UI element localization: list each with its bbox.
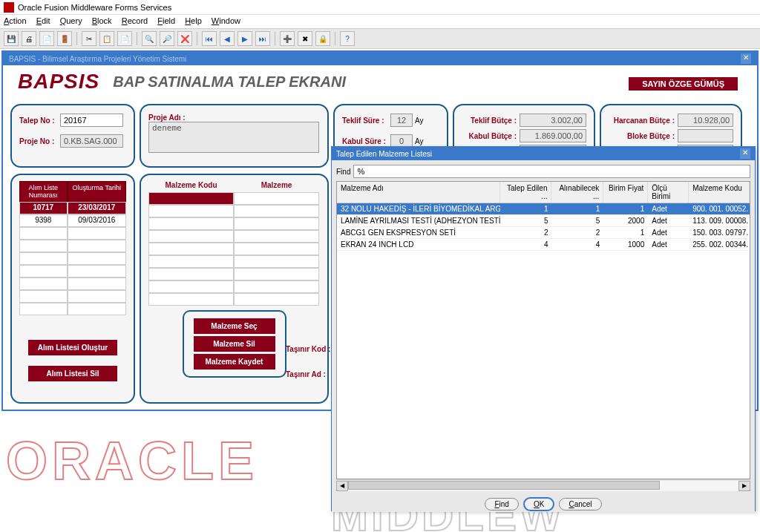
- gc-talep: 2: [500, 227, 552, 238]
- proje-adi-input[interactable]: deneme: [148, 122, 319, 153]
- alim-row-empty[interactable]: [19, 278, 126, 290]
- tb-query-exec-icon[interactable]: 🔎: [160, 31, 174, 46]
- menu-action[interactable]: Action: [4, 16, 27, 25]
- gh-malzeme-adi[interactable]: Malzeme Adı: [337, 182, 500, 203]
- alim-row[interactable]: 939809/03/2016: [19, 214, 126, 227]
- grid-row[interactable]: LAMİNE AYRILMASI TESTİ (ADHEZYON TESTİ) …: [337, 215, 750, 227]
- modal-ok-button[interactable]: OK: [523, 497, 554, 511]
- menu-window[interactable]: Window: [212, 16, 240, 25]
- gc-talep: 1: [500, 203, 552, 214]
- tb-paste-icon[interactable]: 📄: [117, 31, 132, 46]
- proje-no-label: Proje No :: [19, 137, 60, 145]
- hs-thumb[interactable]: [348, 481, 660, 490]
- kabul-butce-label: Kabul Bütçe :: [462, 132, 520, 140]
- gh-alinabilecek[interactable]: Alınabilecek ...: [551, 182, 603, 203]
- malzeme-kaydet-button[interactable]: Malzeme Kaydet: [194, 354, 275, 370]
- mat-row-empty[interactable]: [148, 217, 320, 230]
- inner-close-icon[interactable]: ✕: [741, 53, 751, 64]
- tb-copy-icon[interactable]: 📋: [99, 31, 114, 46]
- tb-exit-icon[interactable]: 🚪: [57, 31, 72, 46]
- harcanan-butce-input[interactable]: [678, 114, 733, 127]
- grid-row[interactable]: ABCG1 GEN EKSPRESYON SETİ 2 2 1 Adet 150…: [337, 227, 750, 239]
- gc-alin: 4: [551, 239, 603, 250]
- menu-field[interactable]: Field: [157, 16, 175, 25]
- tb-help-icon[interactable]: ?: [340, 31, 355, 46]
- modal-close-icon[interactable]: ✕: [740, 148, 750, 159]
- teklif-butce-input[interactable]: [520, 114, 586, 127]
- tb-query-cancel-icon[interactable]: ❌: [177, 31, 192, 46]
- tb-remove-icon[interactable]: ✖: [298, 31, 312, 46]
- alim-row-empty[interactable]: [19, 252, 126, 265]
- mat-row-empty[interactable]: [148, 293, 320, 306]
- hs-right-icon[interactable]: ▶: [738, 481, 750, 491]
- app-icon: [4, 2, 14, 13]
- mat-row-empty[interactable]: [148, 230, 320, 243]
- menu-help[interactable]: Help: [185, 16, 202, 25]
- menu-query[interactable]: Query: [60, 16, 82, 25]
- alim-row-empty[interactable]: [19, 265, 126, 278]
- tb-prev-icon[interactable]: ◀: [220, 31, 235, 46]
- modal-find-button[interactable]: Find: [485, 498, 518, 510]
- tb-next-icon[interactable]: ▶: [238, 31, 252, 46]
- menu-edit[interactable]: Edit: [36, 16, 50, 25]
- gc-kod: 255. 002. 00344. (: [689, 239, 750, 250]
- tb-print-icon[interactable]: 🖨: [22, 31, 36, 46]
- tb-sep: [197, 32, 197, 45]
- proje-no-input[interactable]: [60, 134, 123, 148]
- alim-row-empty[interactable]: [19, 240, 126, 252]
- grid-row[interactable]: 32 NOLU HAKEDİŞ - İLERİ BİYOMEDİKAL ARGE…: [337, 203, 750, 215]
- talep-no-input[interactable]: [60, 114, 123, 127]
- tb-first-icon[interactable]: ⏮: [202, 31, 217, 46]
- tb-cut-icon[interactable]: ✂: [82, 31, 96, 46]
- hs-track[interactable]: [348, 481, 738, 491]
- tb-sep: [275, 32, 275, 45]
- tb-setup-icon[interactable]: 📄: [39, 31, 54, 46]
- modal-cancel-button[interactable]: Cancel: [559, 498, 601, 510]
- gc-olcu: Adet: [648, 215, 689, 226]
- bloke-butce-input[interactable]: [678, 129, 733, 142]
- gh-talep[interactable]: Talep Edilen ...: [500, 182, 552, 203]
- gh-kod[interactable]: Malzeme Kodu: [689, 182, 750, 203]
- gc-alin: 5: [551, 215, 603, 226]
- alim-row-empty[interactable]: [19, 303, 126, 315]
- mat-row-empty[interactable]: [148, 243, 320, 255]
- malzeme-sec-button[interactable]: Malzeme Seç: [194, 318, 275, 334]
- gc-fiyat: 1: [603, 203, 648, 214]
- tb-save-icon[interactable]: 💾: [4, 31, 19, 46]
- mat-row-empty[interactable]: [148, 205, 320, 217]
- gc-fiyat: 1000: [603, 239, 648, 250]
- alim-date: 09/03/2016: [68, 214, 126, 227]
- gc-kod: 113. 009. 00008. (: [689, 215, 750, 226]
- alim-row-empty[interactable]: [19, 290, 126, 303]
- menu-block[interactable]: Block: [92, 16, 112, 25]
- mat-row-empty[interactable]: [148, 268, 320, 280]
- mat-row-empty[interactable]: [148, 280, 320, 293]
- hs-left-icon[interactable]: ◀: [336, 481, 348, 491]
- gh-birim-fiyat[interactable]: Birim Fiyat: [603, 182, 648, 203]
- hscrollbar[interactable]: ◀ ▶: [336, 479, 750, 491]
- mat-row-empty[interactable]: [148, 255, 320, 268]
- alim-olustur-button[interactable]: Alım Listesi Oluştur: [28, 340, 117, 355]
- alim-sil-button[interactable]: Alım Listesi Sil: [28, 366, 117, 381]
- gc-adi: EKRAN 24 INCH LCD: [337, 239, 500, 250]
- menu-record[interactable]: Record: [122, 16, 148, 25]
- bloke-butce-label: Bloke Bütçe :: [609, 132, 678, 140]
- page-title: BAP SATINALMA TALEP EKRANI: [113, 73, 346, 91]
- tb-insert-icon[interactable]: ➕: [280, 31, 295, 46]
- tb-last-icon[interactable]: ⏭: [255, 31, 270, 46]
- alim-row-empty[interactable]: [19, 227, 126, 240]
- malzeme-sil-button[interactable]: Malzeme Sil: [194, 336, 275, 352]
- gc-kod: 150. 003. 09797. (: [689, 227, 750, 238]
- tb-query-enter-icon[interactable]: 🔍: [142, 31, 157, 46]
- find-label: Find: [336, 168, 350, 176]
- app-titlebar: Oracle Fusion Middleware Forms Services: [0, 0, 760, 15]
- tb-lock-icon[interactable]: 🔒: [315, 31, 330, 46]
- teklif-sure-input[interactable]: [390, 114, 413, 127]
- gc-fiyat: 1: [603, 227, 648, 238]
- grid-row[interactable]: EKRAN 24 INCH LCD 4 4 1000 Adet 255. 002…: [337, 239, 750, 251]
- gh-olcu[interactable]: Ölçü Birimi: [648, 182, 689, 203]
- kabul-butce-input[interactable]: [520, 129, 586, 142]
- alim-row[interactable]: 1071723/03/2017: [19, 202, 126, 214]
- mat-row-empty[interactable]: [148, 192, 320, 205]
- find-input[interactable]: [353, 165, 750, 178]
